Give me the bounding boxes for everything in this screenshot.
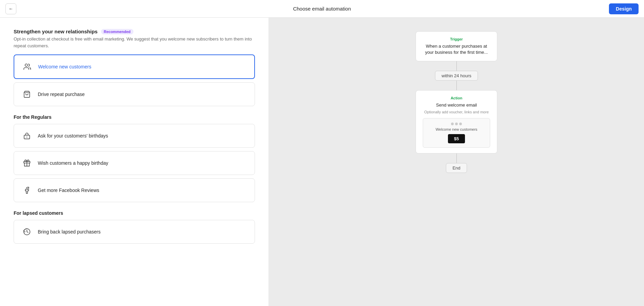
- lapsed-icon: [21, 226, 33, 238]
- automation-item-birthday-wish[interactable]: Wish customers a happy birthday: [14, 151, 255, 175]
- birthday-ask-label: Ask for your customers' birthdays: [38, 133, 108, 139]
- left-panel: Strengthen your new relationships Recomm…: [0, 18, 269, 306]
- dot-2: [455, 123, 458, 125]
- action-title: Send welcome email: [423, 102, 490, 108]
- repeat-icon: [21, 88, 33, 100]
- trigger-label: Trigger: [423, 37, 490, 41]
- email-preview-header: [427, 123, 486, 125]
- delay-node: within 24 hours: [435, 71, 478, 81]
- main-layout: Strengthen your new relationships Recomm…: [0, 18, 644, 306]
- connector-1: [456, 61, 457, 71]
- connector-2: [456, 81, 457, 90]
- welcome-icon: [21, 61, 33, 73]
- right-panel: Trigger When a customer purchases at you…: [269, 18, 644, 306]
- section2-title: For the Regulars: [14, 114, 255, 120]
- page-title: Choose email automation: [293, 6, 351, 12]
- design-button[interactable]: Design: [609, 3, 639, 14]
- birthday-wish-label: Wish customers a happy birthday: [38, 160, 108, 166]
- birthday-wish-icon: [21, 157, 33, 169]
- lapsed-label: Bring back lapsed purchasers: [38, 229, 100, 235]
- birthday-ask-icon: [21, 130, 33, 142]
- automation-item-birthday-ask[interactable]: Ask for your customers' birthdays: [14, 124, 255, 148]
- trigger-text: When a customer purchases at your busine…: [423, 43, 490, 55]
- email-preview-button: $5: [448, 134, 465, 143]
- automation-item-welcome[interactable]: Welcome new customers: [14, 54, 255, 79]
- welcome-label: Welcome new customers: [38, 64, 91, 69]
- section3-title: For lapsed customers: [14, 210, 255, 216]
- repeat-label: Drive repeat purchase: [38, 92, 85, 97]
- action-node: Action Send welcome email Optionally add…: [416, 90, 497, 153]
- dot-3: [459, 123, 462, 125]
- trigger-node: Trigger When a customer purchases at you…: [416, 31, 497, 61]
- facebook-icon: [21, 184, 33, 196]
- email-preview-title: Welcome new customers: [427, 127, 486, 131]
- action-label: Action: [423, 96, 490, 100]
- section1-description: Opt-in collection at checkout is free wi…: [14, 36, 255, 49]
- connector-3: [456, 154, 457, 163]
- section1-title: Strengthen your new relationships Recomm…: [14, 29, 255, 34]
- svg-point-0: [25, 64, 28, 66]
- automation-item-facebook[interactable]: Get more Facebook Reviews: [14, 178, 255, 202]
- back-icon: ←: [9, 6, 13, 11]
- email-preview: Welcome new customers $5: [423, 118, 490, 148]
- dot-1: [451, 123, 454, 125]
- recommended-badge: Recommended: [101, 29, 133, 34]
- end-node: End: [446, 163, 467, 173]
- app-header: ← Choose email automation Design: [0, 0, 644, 18]
- back-button[interactable]: ←: [5, 3, 16, 14]
- flow-diagram: Trigger When a customer purchases at you…: [416, 31, 497, 173]
- action-subtitle: Optionally add voucher, links and more: [423, 110, 490, 114]
- automation-item-lapsed[interactable]: Bring back lapsed purchasers: [14, 220, 255, 244]
- facebook-label: Get more Facebook Reviews: [38, 188, 99, 193]
- automation-item-repeat[interactable]: Drive repeat purchase: [14, 82, 255, 106]
